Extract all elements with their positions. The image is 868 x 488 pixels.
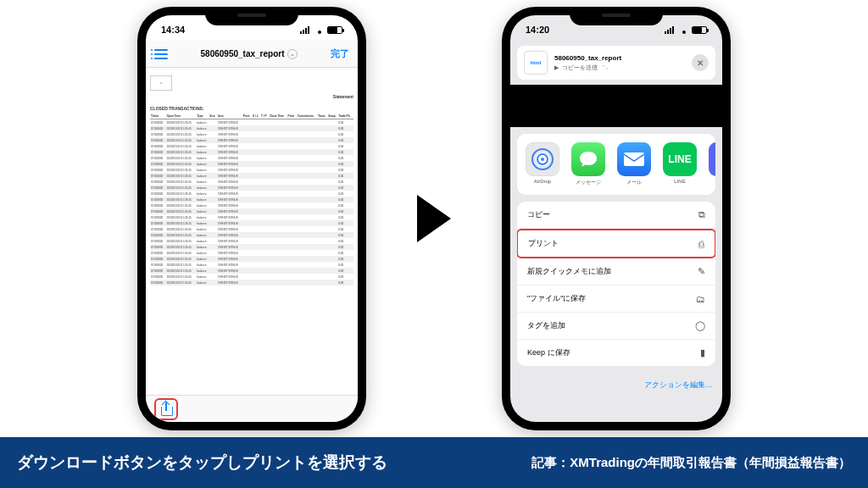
share-app-airdrop[interactable]: AirDrop: [522, 142, 563, 186]
table-row: 071000002020/01/02 01:23:45balanceCREDIT…: [150, 202, 353, 208]
action-label: タグを追加: [527, 320, 565, 331]
transactions-table: TicketOpen TimeTypeSizeItemPriceS / LT /…: [150, 114, 353, 286]
share-highlight: [154, 398, 178, 420]
screen-right: 14:20 html 58060950_tax_report ▶コピーを送信⌃⌄…: [510, 15, 722, 422]
nav-bar: 58060950_tax_report ⌄ 完了: [146, 41, 358, 68]
table-row: 071000002020/01/02 01:23:45balanceCREDIT…: [150, 197, 353, 202]
action-label: 新規クイックメモに追加: [527, 266, 611, 277]
table-row: 071000002020/01/02 01:23:45balanceCREDIT…: [150, 131, 353, 137]
share-app-line[interactable]: LINELINE: [659, 142, 700, 186]
action-label: プリント: [528, 238, 559, 249]
table-row: 071000002020/01/02 01:23:45balanceCREDIT…: [150, 250, 353, 256]
action-label: Keep に保存: [527, 347, 570, 358]
action-icon: ◯: [695, 320, 705, 331]
screen-left: 14:34 58060950_tax_report ⌄ 完了 × Stateme…: [146, 15, 358, 422]
svg-rect-0: [624, 152, 644, 166]
action-icon: 🗂: [696, 294, 705, 304]
action-icon: ✎: [698, 266, 705, 277]
caption-main: ダウンロードボタンをタップしプリントを選択する: [17, 452, 387, 474]
table-row: 071000002020/01/02 01:23:45balanceCREDIT…: [150, 280, 353, 286]
table-row: 071000002020/01/02 01:23:45balanceCREDIT…: [150, 220, 353, 226]
battery-icon: [692, 26, 707, 34]
table-row: 071000002020/01/02 01:23:45balanceCREDIT…: [150, 244, 353, 250]
share-sheet-header: html 58060950_tax_report ▶コピーを送信⌃⌄ ✕: [517, 46, 715, 80]
action-Keep に保存[interactable]: Keep に保存▮: [517, 340, 715, 366]
table-row: 071000002020/01/02 01:23:45balanceCREDIT…: [150, 274, 353, 280]
arrow-icon: [417, 195, 451, 242]
notch: [205, 7, 298, 25]
action-コピー[interactable]: コピー⧉: [517, 202, 715, 229]
list-icon[interactable]: [154, 49, 168, 59]
clock: 14:20: [526, 25, 549, 35]
share-icon[interactable]: [160, 402, 172, 416]
table-row: 071000002020/01/02 01:23:45balanceCREDIT…: [150, 232, 353, 238]
share-app-msg[interactable]: メッセージ: [568, 142, 609, 186]
signal-icon: [665, 26, 676, 34]
html-badge: html: [524, 51, 548, 75]
wifi-icon: [314, 26, 325, 34]
caption-banner: ダウンロードボタンをタップしプリントを選択する 記事：XMTradingの年間取…: [0, 437, 868, 488]
share-apps-row[interactable]: AirDropメッセージメールLINELINED: [517, 134, 715, 195]
table-row: 071000002020/01/02 01:23:45balanceCREDIT…: [150, 179, 353, 185]
copy-send-selector[interactable]: ▶コピーを送信⌃⌄: [554, 64, 685, 72]
table-row: 071000002020/01/02 01:23:45balanceCREDIT…: [150, 208, 353, 214]
table-row: 071000002020/01/02 01:23:45balanceCREDIT…: [150, 167, 353, 173]
stage: 14:34 58060950_tax_report ⌄ 完了 × Stateme…: [0, 0, 868, 437]
clock: 14:34: [161, 25, 185, 35]
action-icon: ⧉: [698, 209, 705, 220]
table-row: 071000002020/01/02 01:23:45balanceCREDIT…: [150, 238, 353, 244]
table-row: 071000002020/01/02 01:23:45balanceCREDIT…: [150, 149, 353, 155]
edit-actions-link[interactable]: アクションを編集...: [510, 373, 722, 397]
table-row: 071000002020/01/02 01:23:45balanceCREDIT…: [150, 185, 353, 191]
share-doc-title: 58060950_tax_report: [554, 54, 685, 62]
table-row: 071000002020/01/02 01:23:45balanceCREDIT…: [150, 214, 353, 220]
table-row: 071000002020/01/02 01:23:45balanceCREDIT…: [150, 256, 353, 262]
share-actions-list: コピー⧉プリント⎙新規クイックメモに追加✎"ファイル"に保存🗂タグを追加◯Kee…: [517, 202, 715, 366]
logo-placeholder: ×: [150, 75, 172, 91]
table-row: 071000002020/01/02 01:23:45balanceCREDIT…: [150, 155, 353, 161]
caption-sub: 記事：XMTradingの年間取引報告書（年間損益報告書）: [531, 455, 851, 471]
action-プリント[interactable]: プリント⎙: [517, 229, 715, 258]
share-app-mail[interactable]: メール: [614, 142, 654, 186]
action-"ファイル"に保存[interactable]: "ファイル"に保存🗂: [517, 286, 715, 313]
table-row: 071000002020/01/02 01:23:45balanceCREDIT…: [150, 143, 353, 149]
action-label: コピー: [527, 209, 550, 220]
share-app-discord[interactable]: D: [705, 142, 715, 186]
done-button[interactable]: 完了: [331, 47, 349, 60]
chevron-down-icon[interactable]: ⌄: [287, 49, 298, 59]
action-タグを追加[interactable]: タグを追加◯: [517, 313, 715, 340]
table-row: 071000002020/01/02 01:23:45balanceCREDIT…: [150, 137, 353, 143]
phone-left: 14:34 58060950_tax_report ⌄ 完了 × Stateme…: [137, 7, 366, 430]
phone-right: 14:20 html 58060950_tax_report ▶コピーを送信⌃⌄…: [502, 7, 731, 430]
table-row: 071000002020/01/02 01:23:45balanceCREDIT…: [150, 119, 353, 126]
table-row: 071000002020/01/02 01:23:45balanceCREDIT…: [150, 268, 353, 274]
battery-icon: [327, 26, 342, 34]
table-row: 071000002020/01/02 01:23:45balanceCREDIT…: [150, 262, 353, 268]
close-icon[interactable]: ✕: [692, 54, 709, 71]
doc-title: 58060950_tax_report: [201, 49, 285, 58]
preview-band: [510, 85, 722, 127]
action-label: "ファイル"に保存: [527, 293, 586, 304]
wifi-icon: [679, 26, 689, 34]
section-title: CLOSED TRANSACTIONS:: [150, 106, 353, 111]
action-新規クイックメモに追加[interactable]: 新規クイックメモに追加✎: [517, 258, 715, 286]
report-body[interactable]: × Statement CLOSED TRANSACTIONS: TicketO…: [146, 68, 358, 395]
table-row: 071000002020/01/02 01:23:45balanceCREDIT…: [150, 173, 353, 179]
toolbar-bottom: [146, 395, 358, 422]
table-row: 071000002020/01/02 01:23:45balanceCREDIT…: [150, 125, 353, 131]
table-row: 071000002020/01/02 01:23:45balanceCREDIT…: [150, 161, 353, 167]
table-row: 071000002020/01/02 01:23:45balanceCREDIT…: [150, 226, 353, 232]
action-icon: ⎙: [698, 239, 704, 249]
statement-label: Statement: [150, 94, 353, 99]
table-row: 071000002020/01/02 01:23:45balanceCREDIT…: [150, 191, 353, 197]
notch: [570, 7, 663, 25]
signal-icon: [300, 26, 312, 34]
action-icon: ▮: [700, 347, 705, 358]
